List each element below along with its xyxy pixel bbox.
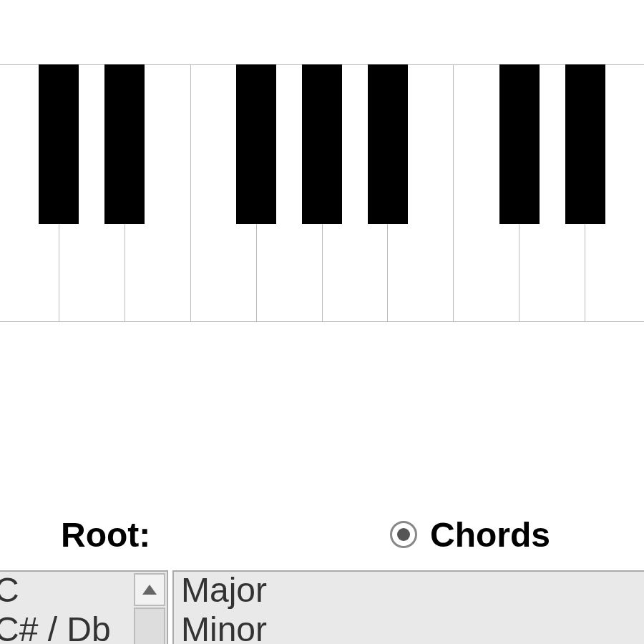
black-key[interactable] [565, 64, 605, 224]
scroll-up-button[interactable] [134, 573, 165, 606]
radio-dot-icon [397, 528, 410, 541]
black-key[interactable] [302, 64, 342, 224]
root-note-listbox[interactable]: C C# / Db [0, 570, 168, 644]
selects-row: C C# / Db Major Minor [0, 570, 644, 644]
chords-radio-label: Chords [430, 515, 550, 555]
controls-panel: Root: Chords C C# / Db Major Minor [0, 506, 644, 563]
chord-app-window: Root: Chords C C# / Db Major Minor [0, 0, 644, 644]
mode-radio-group: Chords [390, 515, 550, 555]
black-key[interactable] [499, 64, 540, 224]
black-key[interactable] [368, 64, 408, 224]
black-key[interactable] [104, 64, 145, 224]
scrollbar-track[interactable] [134, 608, 165, 644]
piano-keyboard [0, 64, 644, 322]
chord-type-listbox[interactable]: Major Minor [172, 570, 644, 644]
arrow-up-icon [142, 585, 157, 595]
black-key[interactable] [39, 64, 79, 224]
controls-label-row: Root: Chords [0, 506, 644, 563]
black-key[interactable] [236, 64, 276, 224]
list-item[interactable]: Minor [174, 611, 644, 644]
root-label: Root: [61, 515, 390, 555]
chords-radio[interactable] [390, 521, 417, 548]
list-item[interactable]: Major [174, 572, 644, 611]
